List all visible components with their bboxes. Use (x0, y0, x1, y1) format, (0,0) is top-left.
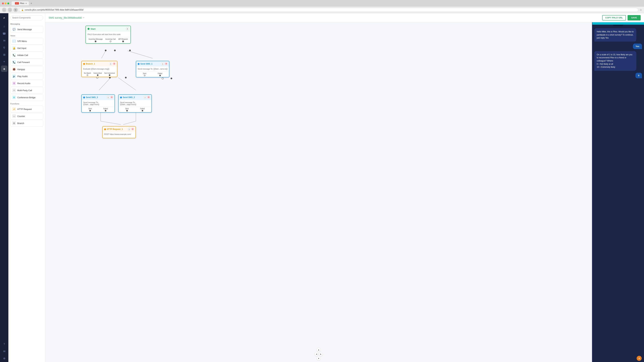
sidebar-item-phone[interactable]: ☎ (1, 30, 8, 37)
port-sms3-sent[interactable]: Sent (88, 108, 92, 111)
minimize-window-btn[interactable] (5, 2, 6, 4)
port-no-match[interactable]: No Match (84, 72, 91, 76)
sidebar-item-mail[interactable]: ✉ (1, 348, 8, 355)
canvas-nav-right[interactable]: ► (319, 352, 323, 356)
component-multi-party-call[interactable]: ••• Multi-Party Call (10, 87, 43, 94)
port-subscribed[interactable]: Subscribed (94, 72, 102, 76)
component-branch[interactable]: ⚙ Branch (10, 120, 43, 126)
port-sms2-failed-dot[interactable] (142, 110, 143, 111)
sidebar-item-home[interactable]: ⌂ (1, 23, 8, 30)
sms3-info-btn[interactable]: ℹ (107, 96, 110, 99)
maximize-window-btn[interactable] (8, 2, 9, 4)
bookmark-btn[interactable]: ☆ (640, 8, 642, 11)
node-http-request-1[interactable]: HTTP Request_1 ℹ ✕ POST https://www.exam… (102, 126, 136, 138)
avatar-label: 4 (638, 357, 640, 360)
sidebar-item-flow[interactable]: ◈ (1, 65, 8, 72)
component-record-audio[interactable]: 🎙 Record Audio (10, 80, 43, 87)
sidebar-item-globe[interactable]: ⊕ (1, 355, 8, 362)
port-not-interested-dot[interactable] (109, 74, 110, 76)
sms3-close-btn[interactable]: ✕ (110, 96, 113, 98)
voice-section-label: Voice (10, 35, 43, 37)
new-tab-btn[interactable]: + (30, 2, 32, 5)
sms1-close-btn[interactable]: ✕ (165, 62, 168, 65)
port-api-request[interactable]: API Request (118, 38, 128, 42)
port-sms1-failed-dot[interactable] (159, 75, 161, 76)
port-api-request-dot[interactable] (122, 40, 124, 42)
port-sms3-failed-dot[interactable] (105, 110, 106, 111)
port-sms2-sent-dot[interactable] (126, 110, 128, 111)
port-sms3-sent-dot[interactable] (90, 110, 91, 111)
url-bar[interactable]: 🔒 console.plivo.com/phlo/963533af-7955-4… (19, 8, 638, 12)
sms2-info-btn[interactable]: ℹ (144, 96, 146, 99)
save-btn[interactable]: SAVE (628, 15, 641, 20)
component-hangup[interactable]: 📵 Hangup (10, 66, 43, 72)
http1-info-btn[interactable]: ℹ (128, 128, 131, 131)
node-start[interactable]: Start ℹ PHLO Execution will start from t… (86, 26, 131, 43)
refresh-btn[interactable]: ↻ (14, 8, 18, 12)
start-info-btn[interactable]: ℹ (126, 27, 129, 30)
port-incoming-message[interactable]: Incoming Message (88, 38, 103, 42)
svg-point-15 (170, 78, 172, 79)
component-get-input[interactable]: 🔔 Get Input (10, 45, 43, 51)
copy-phlo-url-btn[interactable]: COPY PHLO URL (602, 15, 626, 20)
chat-message-4: 9 (636, 73, 642, 78)
port-sms2-failed[interactable]: Failed (140, 108, 145, 111)
port-sms1-sent[interactable]: Sent (143, 72, 146, 76)
edit-title-icon[interactable]: ✏ (83, 16, 84, 19)
branch1-close-btn[interactable]: ✕ (113, 62, 116, 65)
svg-point-13 (125, 77, 126, 78)
forward-btn[interactable]: → (8, 8, 12, 12)
port-sms3-failed[interactable]: Failed (103, 108, 108, 111)
canvas-nav-up[interactable]: ▲ (317, 348, 321, 352)
sms2-close-btn[interactable]: ✕ (147, 96, 150, 98)
port-subscribed-dot[interactable] (97, 74, 98, 76)
svg-line-1 (128, 51, 152, 58)
branch1-info-btn[interactable]: ℹ (109, 62, 112, 65)
sidebar-icons: P ⌂ ☎ ✉ ⚲ ⊞ + ◈ ? ✉ ⊕ (0, 13, 8, 362)
sidebar-item-search[interactable]: ⚲ (1, 44, 8, 51)
sidebar-item-grid[interactable]: ⊞ (1, 51, 8, 58)
sms1-body: Send message To: {{Start...rams.to}} (136, 66, 169, 71)
port-incoming-call-dot[interactable] (110, 40, 111, 42)
node-send-sms-1[interactable]: Send SMS_1 ℹ ✕ Send message To: {{Start.… (136, 61, 170, 77)
flow-canvas[interactable]: Start ℹ PHLO Execution will start from t… (45, 22, 592, 362)
close-window-btn[interactable] (2, 2, 4, 4)
port-incoming-message-dot[interactable] (95, 40, 96, 42)
port-incoming-call[interactable]: Incoming Call (106, 38, 116, 42)
node-branch-1[interactable]: Branch_1 ℹ ✕ Evaluate {{Start.message.ms… (81, 61, 118, 77)
component-conference-bridge[interactable]: ⚙ Conference Bridge (10, 94, 43, 101)
components-panel: Messaging 💬 Send Message Voice ⋮⋮ IVR Me… (8, 13, 45, 362)
component-play-audio[interactable]: 🔊 Play Audio (10, 73, 43, 80)
component-send-message[interactable]: 💬 Send Message (10, 26, 43, 33)
component-ivr-menu[interactable]: ⋮⋮ IVR Menu (10, 38, 43, 44)
search-components-input[interactable] (10, 15, 43, 20)
component-counter[interactable]: — Counter (10, 113, 43, 119)
port-no-match-dot[interactable] (87, 74, 88, 76)
start-status-indicator (88, 28, 90, 30)
port-sms1-sent-dot[interactable] (144, 75, 146, 76)
sidebar-item-help[interactable]: ? (1, 341, 8, 348)
chat-message-1-text: Hello Mike, this is Plivo. Would you lik… (597, 30, 634, 39)
tab-close-btn[interactable]: ✕ (25, 2, 27, 4)
port-sms1-failed[interactable]: Failed (158, 72, 162, 76)
sms3-title: Send SMS_3 (86, 96, 98, 98)
node-send-sms-2[interactable]: Send SMS_2 ℹ ✕ Send message To: {{Start.… (118, 94, 152, 113)
send-message-icon: 💬 (12, 27, 16, 31)
port-not-interested[interactable]: Not Interested (104, 72, 115, 76)
http1-close-btn[interactable]: ✕ (131, 128, 134, 130)
browser-tab[interactable]: P Plivo ✕ (12, 1, 29, 5)
sidebar-item-plus[interactable]: + (1, 58, 8, 65)
back-btn[interactable]: ← (2, 8, 6, 12)
canvas-nav-left[interactable]: ◄ (314, 352, 318, 356)
component-http-request[interactable]: ⇌ HTTP Request (10, 106, 43, 112)
tab-favicon: P (15, 2, 19, 4)
sms2-header: Send SMS_2 ℹ ✕ (118, 95, 152, 100)
sidebar-item-message[interactable]: ✉ (1, 37, 8, 44)
main-content: SMS survey_5bc388ddea4dd ✏ COPY PHLO URL… (45, 13, 644, 362)
sms1-info-btn[interactable]: ℹ (161, 62, 164, 65)
port-sms2-sent[interactable]: Sent (125, 108, 129, 111)
component-initiate-call[interactable]: 📞 Initiate Call (10, 52, 43, 58)
node-send-sms-3[interactable]: Send SMS_3 ℹ ✕ Send message To: {{Start.… (81, 94, 115, 113)
canvas-nav-down[interactable]: ▼ (317, 357, 321, 361)
component-call-forward[interactable]: 📞 Call Forward (10, 59, 43, 65)
